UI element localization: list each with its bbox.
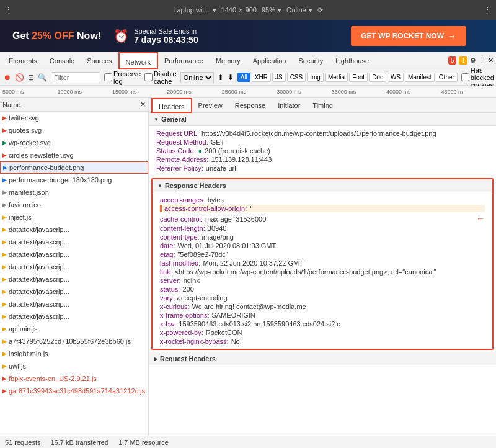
tab-response[interactable]: Response [229, 98, 272, 113]
list-item[interactable]: ▶ favicon.ico [0, 199, 148, 211]
network-dropdown-icon[interactable]: ▾ [309, 6, 312, 14]
general-section-header[interactable]: ▼ General [149, 113, 496, 126]
get-wp-rocket-button[interactable]: GET WP ROCKET NOW → [351, 26, 466, 46]
list-item[interactable]: ▶ quotes.svg [0, 124, 148, 137]
close-devtools-icon[interactable]: ✕ [488, 56, 494, 65]
list-item[interactable]: ▶ data:text/javascrip... [0, 285, 148, 298]
list-item[interactable]: ▶ data:text/javascrip... [0, 236, 148, 248]
file-name: quotes.svg [9, 127, 42, 134]
file-name: data:text/javascrip... [9, 238, 69, 246]
list-item-selected[interactable]: ▶ performance-budget.png [0, 161, 148, 174]
file-type-icon: ▶ [2, 313, 7, 320]
header-value: nginx [184, 277, 485, 284]
type-media[interactable]: Media [325, 73, 348, 82]
tab-console[interactable]: Console [43, 52, 81, 69]
file-type-icon: ▶ [2, 140, 7, 146]
header-value: accept-encoding [177, 294, 485, 302]
list-item[interactable]: ▶ uwt.js [0, 360, 148, 372]
file-name: data:text/javascrip... [9, 251, 69, 258]
header-row: content-length: 30940 [160, 225, 485, 232]
tab-headers[interactable]: Headers [151, 98, 192, 113]
list-item[interactable]: ▶ wp-rocket.svg [0, 137, 148, 149]
network-select[interactable]: Online [180, 72, 214, 83]
list-item[interactable]: ▶ manifest.json [0, 186, 148, 199]
list-item[interactable]: ▶ circles-newsletter.svg [0, 149, 148, 161]
list-item[interactable]: ▶ data:text/javascrip... [0, 248, 148, 261]
list-item[interactable]: ▶ api.min.js [0, 323, 148, 335]
header-value: Wed, 01 Jul 2020 08:01:03 GMT [177, 242, 485, 249]
close-panel-icon[interactable]: ✕ [140, 101, 146, 109]
ad-clock-section: ⏰ Special Sale Ends in 7 days 08:43:50 [113, 27, 198, 45]
download-icon[interactable]: ⬇ [228, 73, 234, 82]
tab-timing[interactable]: Timing [306, 98, 339, 113]
file-type-icon: ▶ [2, 326, 7, 332]
tab-performance[interactable]: Performance [158, 52, 210, 69]
list-item[interactable]: ▶ data:text/javascrip... [0, 273, 148, 285]
type-manifest[interactable]: Manifest [405, 73, 435, 82]
list-item[interactable]: ▶ performance-budget-180x180.png [0, 174, 148, 186]
upload-icon[interactable]: ⬆ [218, 73, 224, 82]
response-section-header[interactable]: ▼ Response Headers [153, 179, 492, 192]
type-css[interactable]: CSS [287, 73, 306, 82]
more-tabs-icon[interactable]: ⋮ [479, 56, 485, 65]
header-value: bytes [208, 196, 485, 204]
tab-security[interactable]: Security [292, 52, 329, 69]
header-value: 30940 [208, 225, 485, 232]
device-dropdown-icon[interactable]: ▾ [213, 6, 216, 14]
filter-input[interactable] [51, 72, 100, 83]
request-section-header[interactable]: ▶ Request Headers [149, 352, 496, 365]
type-all[interactable]: All [237, 73, 250, 82]
file-type-icon: ▶ [2, 115, 7, 121]
type-img[interactable]: Img [307, 73, 324, 82]
tab-application[interactable]: Application [247, 52, 293, 69]
list-item[interactable]: ▶ inject.js [0, 211, 148, 223]
header-value: 200 (from disk cache) [205, 147, 489, 155]
file-name: ga-871c39943ac31c498d591a714a31212c.js [9, 387, 145, 395]
preserve-log-checkbox[interactable]: Preserve log [104, 70, 141, 85]
zoom-dropdown-icon[interactable]: ▾ [278, 6, 281, 14]
tab-preview[interactable]: Preview [192, 98, 229, 113]
ad-banner: Get 25% OFF Now! ⏰ Special Sale Ends in … [0, 20, 496, 52]
clear-icon[interactable]: 🚫 [15, 73, 24, 82]
type-font[interactable]: Font [349, 73, 368, 82]
search-icon[interactable]: 🔍 [38, 73, 47, 82]
header-row: x-frame-options: SAMEORIGIN [160, 311, 485, 319]
type-js[interactable]: JS [272, 73, 286, 82]
file-name: performance-budget-180x180.png [9, 176, 112, 184]
cross-label: × [239, 6, 242, 14]
settings-icon[interactable]: ⚙ [470, 56, 476, 65]
refresh-icon[interactable]: ⟳ [317, 6, 323, 14]
list-item[interactable]: ▶ a7f43795f6252cd710b555f672e3bb60.js [0, 335, 148, 347]
file-name: twitter.svg [9, 114, 39, 122]
list-item[interactable]: ▶ ga-871c39943ac31c498d591a714a31212c.js [0, 385, 148, 397]
list-item[interactable]: ▶ data:text/javascrip... [0, 310, 148, 323]
record-icon[interactable]: ⏺ [4, 73, 11, 82]
tab-network[interactable]: Network [118, 52, 158, 69]
header-row-referrer: Referrer Policy: unsafe-url [156, 164, 489, 172]
list-item[interactable]: ▶ data:text/javascrip... [0, 261, 148, 273]
list-item[interactable]: ▶ data:text/javascrip... [0, 223, 148, 236]
list-item[interactable]: ▶ fbpix-events-en_US-2.9.21.js [0, 372, 148, 385]
disable-cache-checkbox[interactable]: Disable cache [144, 70, 177, 85]
type-ws[interactable]: WS [388, 73, 404, 82]
list-item[interactable]: ▶ insight.min.js [0, 347, 148, 360]
timeline-bar: 5000 ms 10000 ms 15000 ms 20000 ms 25000… [0, 86, 496, 98]
tl-15000: 15000 ms [112, 89, 167, 95]
type-other[interactable]: Other [436, 73, 458, 82]
tab-memory[interactable]: Memory [210, 52, 247, 69]
list-item[interactable]: ▶ data:text/javascrip... [0, 298, 148, 310]
type-xhr[interactable]: XHR [252, 73, 271, 82]
filter-icon[interactable]: ⊟ [28, 73, 34, 82]
type-doc[interactable]: Doc [369, 73, 386, 82]
file-type-icon: ▶ [2, 189, 7, 195]
list-item[interactable]: ▶ twitter.svg [0, 112, 148, 124]
file-type-icon: ▶ [2, 251, 7, 258]
general-section-body: Request URL: https://v3b4d4f5.rocketcdn.… [149, 126, 496, 176]
header-row-cache: cache-control: max-age=31536000 ← [160, 213, 485, 223]
more-icon[interactable]: ⋮ [484, 6, 491, 14]
tab-elements[interactable]: Elements [2, 52, 43, 69]
tab-initiator[interactable]: Initiator [272, 98, 306, 113]
tab-lighthouse[interactable]: Lighthouse [329, 52, 375, 69]
tab-sources[interactable]: Sources [81, 52, 118, 69]
header-name: etag: [160, 251, 175, 258]
